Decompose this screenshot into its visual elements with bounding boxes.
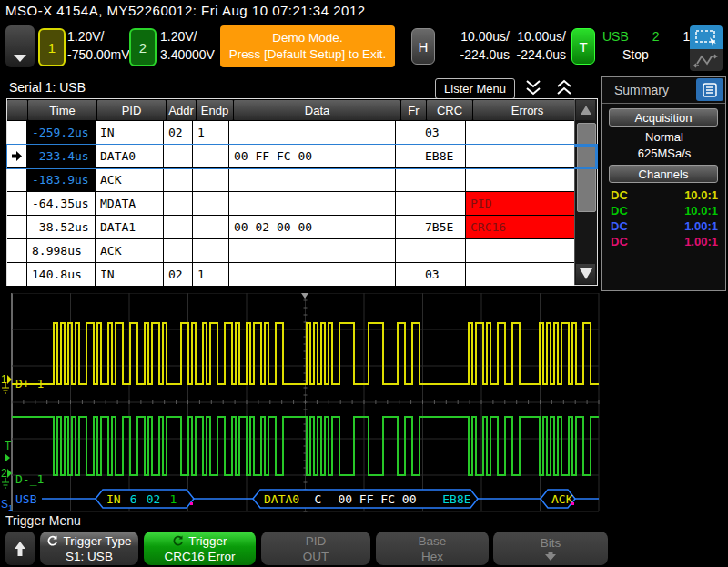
- trigger-source: 2: [652, 29, 660, 44]
- table-cell: DATA1: [96, 216, 164, 239]
- channel-summary-row: DC10.0:1: [611, 188, 718, 204]
- table-cell: 8.998us: [27, 239, 96, 263]
- bubble-error-dot: [190, 502, 193, 505]
- scroll-down-double-chevron[interactable]: [521, 78, 546, 98]
- softkey-pid[interactable]: PID OUT: [261, 532, 370, 565]
- column-header: Fr: [401, 100, 426, 120]
- trigger-label: T: [579, 39, 587, 55]
- softkey-bits[interactable]: Bits: [493, 532, 608, 565]
- channel-coupling: DC: [611, 235, 628, 250]
- bubble-field: IN: [106, 492, 121, 506]
- timebase-scale-2: 10.00us/: [515, 27, 566, 46]
- up-arrow-icon: [13, 540, 27, 558]
- current-row-arrow-icon: [7, 145, 27, 168]
- down-arrow-icon: [542, 551, 559, 562]
- scrollbar-down-button[interactable]: [576, 264, 595, 284]
- softkey-value: Hex: [421, 549, 443, 564]
- table-cell: [193, 145, 229, 168]
- table-cell: MDATA: [96, 192, 164, 216]
- table-row[interactable]: -183.9usACK: [7, 168, 597, 192]
- scrollbar-up-button[interactable]: [576, 100, 595, 120]
- channel-summary-row: DC1.00:1: [611, 219, 718, 235]
- table-row[interactable]: 140.8usIN02103: [7, 263, 597, 287]
- column-header: Data: [234, 100, 400, 120]
- table-cell: [420, 192, 466, 216]
- bubble-field: 00 FF FC 00: [338, 492, 416, 506]
- table-row[interactable]: -38.52usDATA100 02 00 007B5ECRC16: [7, 216, 597, 239]
- channel-probe-ratio: 1.00:1: [684, 235, 718, 250]
- main-menu-button[interactable]: [5, 25, 35, 67]
- timebase-delay: -224.0us: [440, 46, 510, 64]
- trigger-arrow-icon: [5, 453, 10, 462]
- chevron-down-icon: [14, 55, 26, 62]
- channel-probe-ratio: 10.0:1: [684, 188, 718, 204]
- table-cell: -183.9us: [27, 168, 96, 192]
- softkey-label: PID: [306, 533, 327, 549]
- channels-header: Channels: [609, 165, 718, 183]
- column-header: Addr: [167, 100, 196, 120]
- table-cell: 140.8us: [27, 263, 96, 287]
- channel-2-readout: 1.20V/ 3.40000V: [160, 27, 215, 64]
- horizontal-button[interactable]: H: [411, 28, 435, 65]
- pan-zoom-button[interactable]: [690, 49, 723, 71]
- table-cell: [420, 239, 466, 263]
- column-header: Errors: [473, 100, 581, 120]
- channel-1-offset: -750.00mV: [67, 46, 129, 64]
- table-cell: [466, 145, 574, 168]
- table-cell: -64.35us: [27, 192, 96, 216]
- table-cell: -233.4us: [27, 145, 96, 168]
- channel-probe-ratio: 1.00:1: [684, 219, 718, 235]
- table-cell: [164, 239, 193, 263]
- oscilloscope-screen: MSO-X 4154A, MY52260012: Fri Aug 10 07:2…: [0, 0, 728, 567]
- channel-2-button[interactable]: 2: [129, 28, 157, 66]
- softkey-label: Trigger Type: [63, 533, 131, 549]
- softkey-trigger-type[interactable]: Trigger Type S1: USB: [40, 532, 138, 565]
- table-cell: [466, 121, 574, 145]
- table-cell: [396, 192, 420, 216]
- table-cell: -38.52us: [27, 216, 96, 239]
- menu-up-button[interactable]: [5, 532, 35, 565]
- summary-menu-button[interactable]: [696, 78, 723, 101]
- table-cell: 02: [164, 263, 193, 287]
- waveform-plot[interactable]: D+_1D-_1USB1T2S1IN6021DATA0C00 FF FC 00E…: [0, 293, 601, 512]
- lister-title: Serial 1: USB: [9, 80, 86, 95]
- table-cell: 7B5E: [420, 216, 466, 239]
- down-arrow-icon: [579, 268, 593, 280]
- softkey-label: Bits: [541, 535, 561, 551]
- lister-scrollbar[interactable]: [574, 99, 597, 285]
- acquisition-header: Acquisition: [609, 108, 718, 127]
- table-cell: IN: [96, 263, 164, 287]
- zone-select-button[interactable]: [690, 25, 723, 49]
- table-cell: 03: [420, 121, 466, 145]
- softkey-base[interactable]: Base Hex: [376, 532, 489, 565]
- column-header: PID: [97, 100, 166, 120]
- table-cell: DATA0: [96, 145, 164, 168]
- trigger-level-marker: T: [5, 440, 12, 452]
- table-row[interactable]: -64.35usMDATAPID: [7, 192, 597, 216]
- table-cell: [396, 121, 420, 145]
- table-cell: [396, 216, 420, 239]
- column-header: Time: [28, 100, 96, 120]
- table-cell: [229, 121, 396, 145]
- channel-1-button[interactable]: 1: [38, 28, 66, 66]
- table-cell: [193, 168, 229, 192]
- softkey-trigger[interactable]: Trigger CRC16 Error: [144, 532, 256, 565]
- column-header: CRC: [427, 100, 472, 120]
- table-row[interactable]: -233.4usDATA000 FF FC 00EB8E: [7, 145, 597, 168]
- channel-summary-row: DC1.00:1: [611, 235, 718, 250]
- acquisition-mode: Normal: [602, 130, 727, 144]
- bubble-field: EB8E: [442, 492, 470, 506]
- trigger-button[interactable]: T: [571, 28, 595, 65]
- table-cell: [164, 168, 193, 192]
- sample-rate: 625MSa/s: [602, 147, 727, 160]
- channel-1-ground-marker: 1: [1, 373, 7, 386]
- lister-menu-button[interactable]: Lister Menu: [435, 78, 515, 99]
- summary-tab[interactable]: Summary: [602, 77, 725, 104]
- table-cell: 00 02 00 00: [229, 216, 396, 239]
- scroll-up-double-chevron[interactable]: [551, 78, 577, 98]
- table-cell: CRC16: [466, 216, 574, 239]
- channel-coupling: DC: [611, 204, 628, 219]
- channel-1-vdiv: 1.20V/: [67, 27, 129, 46]
- table-row[interactable]: -259.2usIN02103: [7, 121, 597, 145]
- table-row[interactable]: 8.998usACK: [7, 239, 597, 263]
